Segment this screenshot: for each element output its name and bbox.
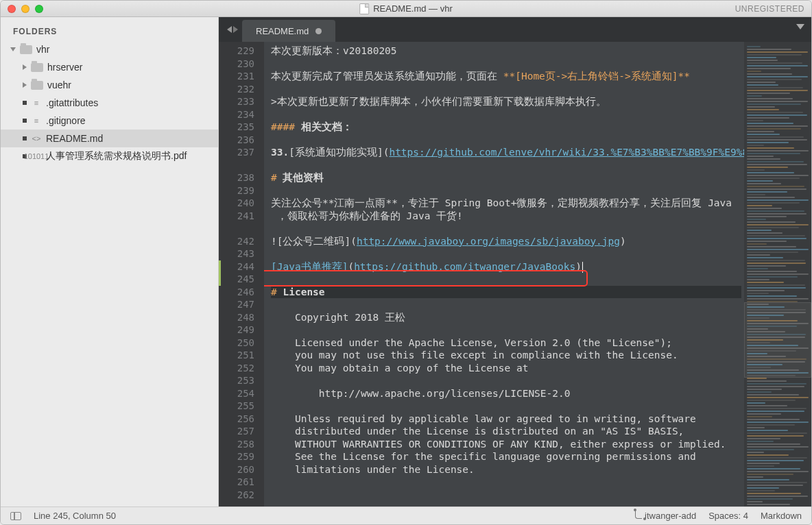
tree-item-label: vuehr <box>47 80 71 90</box>
tree-item-label: README.md <box>46 133 103 144</box>
disclosure-icon <box>23 119 27 123</box>
window-title: README.md — vhr <box>359 3 453 14</box>
tree-item-label: hrserver <box>47 62 82 73</box>
tree-item-label: .gitignore <box>46 115 86 126</box>
tab-nav-arrows <box>223 17 242 42</box>
tab-bar: README.md <box>219 17 811 42</box>
git-branch-icon <box>635 511 642 519</box>
folder-icon <box>31 63 43 72</box>
folder-item-vhr[interactable]: vhr <box>1 40 218 58</box>
tree-item-label: .gitattributes <box>46 97 98 108</box>
sidebar: FOLDERS vhrhrservervuehr≡.gitattributes≡… <box>1 17 219 506</box>
file-icon: ≡ <box>31 98 42 108</box>
disclosure-icon <box>10 47 16 51</box>
code-area[interactable]: 本次更新版本：v20180205 本次更新完成了管理员发送系统通知功能，页面在 … <box>264 42 744 506</box>
tab-readme[interactable]: README.md <box>242 20 335 42</box>
file-item-3[interactable]: ≡.gitattributes <box>1 94 218 112</box>
maximize-window-button[interactable] <box>35 5 43 13</box>
file-icon: ≡ <box>31 116 42 125</box>
tab-label: README.md <box>256 26 309 36</box>
tree-item-label: vhr <box>36 44 49 55</box>
status-spaces[interactable]: Spaces: 4 <box>708 511 748 521</box>
file-item-6[interactable]: 101011人事管理系统需求规格说明书.pdf <box>1 147 218 165</box>
close-window-button[interactable] <box>8 5 16 13</box>
status-position[interactable]: Line 245, Column 50 <box>34 511 116 521</box>
status-branch[interactable]: itwanger-add <box>635 511 696 521</box>
file-icon: 101011 <box>31 151 42 161</box>
panel-toggle-icon[interactable] <box>10 512 21 520</box>
file-item-4[interactable]: ≡.gitignore <box>1 112 218 130</box>
disclosure-icon <box>23 64 27 70</box>
window-title-text: README.md — vhr <box>373 3 453 14</box>
tab-overflow-icon[interactable] <box>796 24 804 29</box>
line-number-gutter[interactable]: 229230231232233234235236237 238239240241… <box>219 42 264 506</box>
editor-pane: README.md 229230231232233234235236237 23… <box>219 17 811 506</box>
next-tab-icon[interactable] <box>233 26 238 33</box>
disclosure-icon <box>23 101 27 105</box>
file-icon: <> <box>31 134 42 143</box>
highlight-annotation <box>264 270 588 286</box>
folder-tree: vhrhrservervuehr≡.gitattributes≡.gitigno… <box>1 40 218 165</box>
file-item-5[interactable]: <>README.md <box>1 130 218 147</box>
tree-item-label: 人事管理系统需求规格说明书.pdf <box>46 150 187 162</box>
unregistered-label: UNREGISTERED <box>735 4 804 14</box>
titlebar: README.md — vhr UNREGISTERED <box>1 1 811 17</box>
minimize-window-button[interactable] <box>21 5 29 13</box>
folder-item-hrserver[interactable]: hrserver <box>1 58 218 76</box>
status-syntax[interactable]: Markdown <box>761 511 802 521</box>
document-icon <box>359 3 369 14</box>
folder-item-vuehr[interactable]: vuehr <box>1 76 218 94</box>
disclosure-icon <box>23 82 27 88</box>
disclosure-icon <box>23 136 27 141</box>
minimap[interactable] <box>744 42 811 506</box>
status-bar: Line 245, Column 50 itwanger-add Spaces:… <box>1 506 811 524</box>
folders-header: FOLDERS <box>1 24 218 40</box>
prev-tab-icon[interactable] <box>227 26 232 33</box>
tab-dirty-dot-icon <box>315 28 322 34</box>
folder-icon <box>20 45 32 54</box>
window-controls <box>8 5 43 13</box>
folder-icon <box>31 81 43 90</box>
